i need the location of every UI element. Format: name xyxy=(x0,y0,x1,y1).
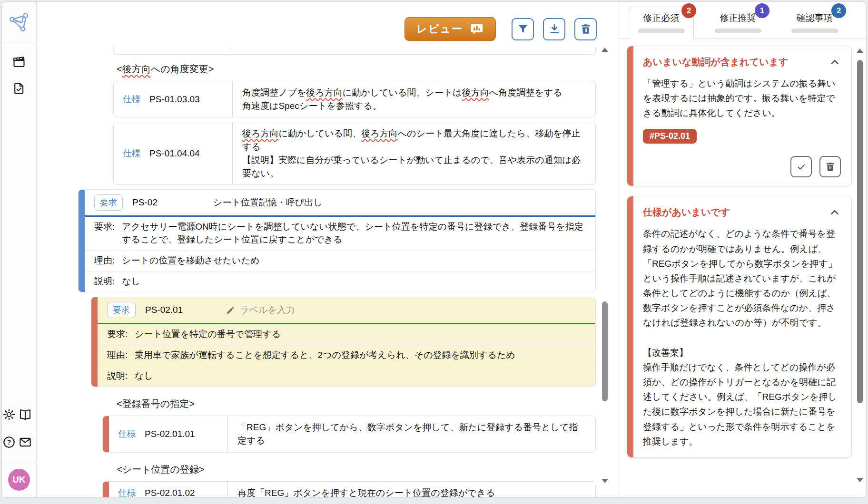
dismiss-button[interactable] xyxy=(819,156,841,177)
spec-type-badge: 仕様 xyxy=(123,93,141,106)
tab-underline xyxy=(638,29,685,33)
scroll-down-arrow[interactable] xyxy=(857,478,863,482)
mail-icon[interactable] xyxy=(18,435,32,449)
tab-underline xyxy=(791,29,838,33)
requirements-document: <後方向への角度変更> 仕様 PS-01.03.03 角度調整ノブを後ろ方向に動… xyxy=(37,48,619,497)
card-actions xyxy=(643,156,841,177)
tab-must-fix[interactable]: 修正必須 2 xyxy=(629,7,694,39)
clipped-row-top[interactable] xyxy=(113,48,596,55)
section-heading-seatpos[interactable]: <シート位置の登録> xyxy=(117,463,596,476)
tab-count-badge: 1 xyxy=(755,3,769,18)
review-button-label: レビュー xyxy=(416,22,463,36)
review-panel: 修正必須 2 修正推奨 1 確認事項 2 あいまいな動詞が含まれ xyxy=(619,2,866,497)
spec-type-badge: 仕様 xyxy=(118,428,136,440)
help-icon[interactable]: ? xyxy=(2,435,16,449)
spec-text: 再度「REG」ボタンを押すと現在のシート位置の登録ができる xyxy=(228,482,595,497)
settings-gear-icon[interactable] xyxy=(2,407,16,422)
req-field-yokyu[interactable]: 要求: アクセサリー電源ON時にシートを調整していない状態で、シート位置を特定の… xyxy=(85,217,595,250)
spec-label-cell: 仕様 PS-02.01.01 xyxy=(109,416,228,452)
card-body-text: 「管理する」という動詞はシステムの振る舞いを表現するには抽象的です。振る舞いを特… xyxy=(643,76,841,120)
spellcheck-underline: 後方向 xyxy=(462,87,489,97)
check-icon xyxy=(796,161,807,173)
clapperboard-icon[interactable] xyxy=(12,55,26,69)
spellcheck-underline: 後ろ方向 xyxy=(361,128,397,138)
toolbar: レビュー xyxy=(37,2,619,48)
spec-row-ps-01-04-04[interactable]: 仕様 PS-01.04.04 後ろ方向に動かしている間、後ろ方向へのシート最大角… xyxy=(113,122,596,185)
review-chart-bubble-icon xyxy=(470,22,484,36)
collapse-chevron-icon[interactable] xyxy=(829,206,841,219)
sidebar-bottom-group: ? xyxy=(2,396,36,451)
spec-accent-bar-salmon xyxy=(103,416,109,452)
spec-id: PS-01.03.03 xyxy=(149,94,200,105)
card-title: 仕様があいまいです xyxy=(643,206,730,219)
review-button[interactable]: レビュー xyxy=(404,17,496,41)
req-field-yokyu[interactable]: 要求: シート位置を特定の番号で管理する xyxy=(98,324,595,345)
tab-recommended-fix[interactable]: 修正推奨 1 xyxy=(705,7,770,39)
document-check-icon[interactable] xyxy=(12,81,26,96)
panel-scrollbar[interactable] xyxy=(857,48,863,482)
requirement-tag[interactable]: #PS-02.01 xyxy=(643,129,697,144)
req-field-setsumei[interactable]: 説明: なし xyxy=(85,271,595,292)
spellcheck-underline: 後ろ方向 xyxy=(306,87,342,97)
download-button[interactable] xyxy=(543,18,565,40)
label-input-placeholder[interactable]: ラベルを入力 xyxy=(226,304,295,316)
scroll-down-arrow[interactable] xyxy=(602,479,608,483)
spec-label-cell: 仕様 PS-02.01.02 xyxy=(109,482,228,497)
section-heading-angle[interactable]: <後方向への角度変更> xyxy=(117,63,596,76)
section-heading-regnum[interactable]: <登録番号の指定> xyxy=(117,397,596,410)
book-icon[interactable] xyxy=(18,407,32,422)
review-card-ambiguous-spec[interactable]: 仕様があいまいです 条件の記述がなく、どのような条件で番号を登録するのかが明確で… xyxy=(627,196,852,457)
filter-button[interactable] xyxy=(512,18,534,40)
app-window: ? UK レビュー xyxy=(1,1,867,498)
collapse-chevron-icon[interactable] xyxy=(829,56,841,68)
req-field-setsumei[interactable]: 説明: なし xyxy=(98,366,595,387)
trash-icon xyxy=(580,23,592,35)
download-icon xyxy=(548,23,561,35)
tab-count-badge: 2 xyxy=(831,3,846,18)
spec-row-ps-02-01-02[interactable]: 仕様 PS-02.01.02 再度「REG」ボタンを押すと現在のシート位置の登録… xyxy=(102,481,596,497)
review-card-ambiguous-verb[interactable]: あいまいな動詞が含まれています 「管理する」という動詞はシステムの振る舞いを表現… xyxy=(627,46,852,186)
card-accent-bar xyxy=(627,196,633,457)
sidebar-divider-bottom xyxy=(2,461,37,461)
req-type-badge: 要求 xyxy=(107,302,136,318)
review-card-list: あいまいな動詞が含まれています 「管理する」という動詞はシステムの振る舞いを表現… xyxy=(619,39,866,497)
req-type-badge: 要求 xyxy=(94,194,123,211)
tab-underline xyxy=(715,29,761,33)
spec-type-badge: 仕様 xyxy=(118,487,136,497)
app-logo-icon[interactable] xyxy=(9,11,30,34)
filter-icon xyxy=(517,23,529,35)
scroll-up-arrow[interactable] xyxy=(602,48,608,52)
pencil-icon xyxy=(226,306,235,315)
req-header: 要求 PS-02.01 ラベルを入力 xyxy=(98,297,595,323)
req-block-ps-02[interactable]: 要求 PS-02 シート位置記憶・呼び出し 要求: アクセサリー電源ON時にシー… xyxy=(78,189,596,292)
req-field-riyu[interactable]: 理由: シートの位置を移動させたいため xyxy=(85,250,595,271)
spec-text: 角度調整ノブを後ろ方向に動かしている間、シートは後方向へ角度調整をする 角速度は… xyxy=(233,81,595,117)
scroll-up-arrow[interactable] xyxy=(857,48,863,53)
req-id: PS-02.01 xyxy=(145,305,217,315)
spec-accent-bar-salmon xyxy=(103,482,109,497)
resolve-button[interactable] xyxy=(790,156,812,177)
spec-row-ps-01-03-03[interactable]: 仕様 PS-01.03.03 角度調整ノブを後ろ方向に動かしている間、シートは後… xyxy=(113,81,596,117)
review-tabbar: 修正必須 2 修正推奨 1 確認事項 2 xyxy=(619,2,866,39)
spec-id: PS-02.01.02 xyxy=(145,488,195,497)
scrollbar-thumb[interactable] xyxy=(602,301,608,401)
req-header: 要求 PS-02 シート位置記憶・呼び出し xyxy=(85,190,595,215)
document-scrollbar[interactable] xyxy=(602,48,608,483)
card-title: あいまいな動詞が含まれています xyxy=(643,56,789,68)
spec-label-cell: 仕様 PS-01.04.04 xyxy=(114,122,233,184)
req-field-riyu[interactable]: 理由: 乗用車で家族が運転することを想定すると、2つの登録が考えられ、その登録を… xyxy=(98,345,595,366)
spec-label-cell: 仕様 PS-01.03.03 xyxy=(114,81,233,117)
spec-text: 後ろ方向に動かしている間、後ろ方向へのシート最大角度に達したら、移動を停止する … xyxy=(233,122,595,184)
scrollbar-thumb[interactable] xyxy=(857,60,863,403)
card-accent-bar xyxy=(627,46,633,186)
req-block-ps-02-01-highlighted[interactable]: 要求 PS-02.01 ラベルを入力 要求: シート位置を特定の番号で管理する xyxy=(91,297,596,387)
user-avatar[interactable]: UK xyxy=(8,469,30,491)
delete-button[interactable] xyxy=(574,18,597,40)
sidebar-divider xyxy=(2,42,37,42)
document-pane: レビュー xyxy=(37,2,619,497)
spec-row-ps-02-01-01[interactable]: 仕様 PS-02.01.01 「REG」ボタンを押してから、数字ボタンを押して、… xyxy=(102,416,596,452)
spec-type-badge: 仕様 xyxy=(123,147,141,160)
spellcheck-underline: 後方向 xyxy=(122,64,151,74)
req-id: PS-02 xyxy=(132,197,204,208)
tab-confirm-items[interactable]: 確認事項 2 xyxy=(782,7,847,39)
